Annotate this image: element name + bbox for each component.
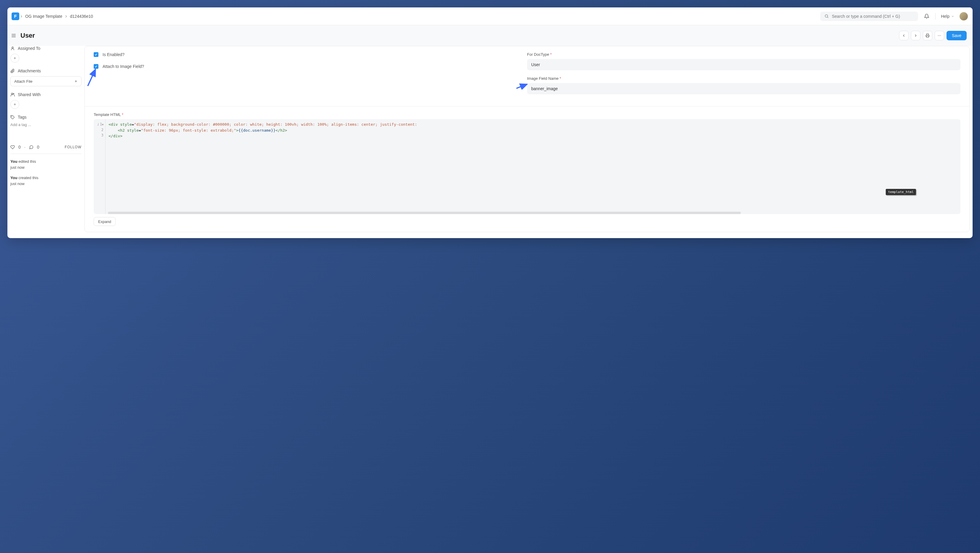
topbar: F › OG Image Template › d124436e10 Searc… — [7, 7, 973, 25]
divider — [935, 13, 935, 19]
plus-icon — [13, 56, 17, 60]
for-doctype-label: For DocType * — [527, 52, 961, 57]
dot-sep: · — [24, 145, 25, 150]
comments-count: 0 — [37, 145, 40, 150]
activity-item: You edited this just now — [10, 159, 81, 170]
topbar-right: Search or type a command (Ctrl + G) Help — [820, 11, 970, 21]
svg-point-6 — [938, 35, 939, 36]
checkbox-icon — [94, 52, 99, 57]
save-button[interactable]: Save — [947, 31, 967, 40]
bell-icon — [924, 14, 929, 19]
chevron-right-icon: › — [65, 13, 67, 19]
field-tooltip: template_html — [886, 189, 916, 195]
page-title: User — [21, 32, 35, 40]
chevron-down-icon — [951, 15, 954, 18]
print-button[interactable] — [923, 31, 932, 40]
svg-point-9 — [12, 46, 13, 48]
users-icon — [10, 92, 15, 97]
svg-point-14 — [11, 93, 13, 94]
chevron-right-icon: › — [21, 13, 22, 19]
user-icon — [10, 46, 15, 51]
app-logo[interactable]: F — [11, 13, 19, 20]
chevron-left-icon — [902, 33, 906, 38]
prev-button[interactable] — [899, 31, 908, 40]
attach-image-checkbox[interactable]: Attach to Image Field? — [94, 64, 527, 69]
avatar[interactable] — [959, 12, 968, 21]
menu-icon — [11, 33, 16, 38]
attach-file-label: Attach File — [14, 79, 32, 84]
checkbox-icon — [94, 64, 99, 69]
paperclip-icon — [10, 69, 15, 73]
tag-icon — [10, 115, 15, 120]
template-html-label: Template HTML * — [94, 112, 961, 117]
shared-with-label: Shared With — [18, 92, 41, 97]
add-assignee-button[interactable] — [10, 54, 19, 62]
page-actions: Save — [899, 31, 970, 40]
main-form: Is Enabled? Attach to Image Field? — [84, 46, 970, 232]
content: Assigned To Attachments Attach File — [7, 46, 973, 238]
attach-image-label: Attach to Image Field? — [103, 64, 144, 69]
svg-point-8 — [940, 35, 941, 36]
notifications-button[interactable] — [923, 13, 930, 19]
more-button[interactable] — [935, 31, 944, 40]
search-icon — [824, 14, 829, 18]
page-header: User Save — [7, 25, 973, 46]
help-dropdown[interactable]: Help — [941, 14, 954, 19]
tags-label: Tags — [18, 115, 27, 120]
svg-point-15 — [13, 93, 14, 94]
follow-button[interactable]: FOLLOW — [65, 145, 81, 149]
comment-icon[interactable] — [29, 145, 33, 150]
search-input[interactable]: Search or type a command (Ctrl + G) — [820, 11, 918, 21]
svg-rect-5 — [927, 36, 929, 37]
breadcrumb-parent[interactable]: OG Image Template — [25, 14, 62, 19]
sidebar: Assigned To Attachments Attach File — [10, 46, 84, 232]
horizontal-scrollbar[interactable] — [108, 212, 741, 214]
is-enabled-checkbox[interactable]: Is Enabled? — [94, 52, 527, 57]
dots-icon — [937, 33, 942, 38]
svg-line-1 — [827, 17, 829, 18]
plus-icon — [74, 80, 78, 83]
attach-file-button[interactable]: Attach File — [10, 76, 81, 86]
svg-point-0 — [825, 15, 828, 18]
svg-line-20 — [88, 69, 95, 86]
is-enabled-label: Is Enabled? — [103, 52, 124, 57]
svg-point-7 — [939, 35, 940, 36]
printer-icon — [926, 33, 930, 38]
template-html-editor[interactable]: i1▼ 2 3 <div style="display: flex; backg… — [94, 119, 961, 214]
breadcrumb: › OG Image Template › d124436e10 — [21, 13, 93, 19]
code-content: <div style="display: flex; background-co… — [94, 119, 961, 142]
sidebar-toggle[interactable] — [10, 32, 17, 39]
expand-button[interactable]: Expand — [94, 217, 116, 226]
stats-row: 0 · 0 FOLLOW — [10, 145, 81, 154]
chevron-right-icon — [913, 33, 918, 38]
arrow-annotation — [87, 68, 100, 87]
code-gutter: i1▼ 2 3 — [94, 119, 105, 214]
image-field-label: Image Field Name * — [527, 76, 961, 81]
next-button[interactable] — [911, 31, 920, 40]
for-doctype-input[interactable] — [527, 59, 961, 70]
image-field-input[interactable] — [527, 83, 961, 94]
breadcrumb-current: d124436e10 — [70, 14, 93, 19]
help-label: Help — [941, 14, 950, 19]
activity-item: You created this just now — [10, 175, 81, 186]
app-window: F › OG Image Template › d124436e10 Searc… — [7, 7, 973, 238]
search-placeholder: Search or type a command (Ctrl + G) — [832, 14, 900, 19]
attachments-label: Attachments — [18, 69, 41, 73]
likes-count: 0 — [18, 145, 21, 150]
heart-icon[interactable] — [10, 145, 15, 150]
assigned-to-label: Assigned To — [18, 46, 40, 51]
add-tag-input[interactable]: Add a tag ... — [10, 123, 81, 127]
add-share-button[interactable] — [10, 100, 19, 109]
plus-icon — [13, 103, 17, 106]
